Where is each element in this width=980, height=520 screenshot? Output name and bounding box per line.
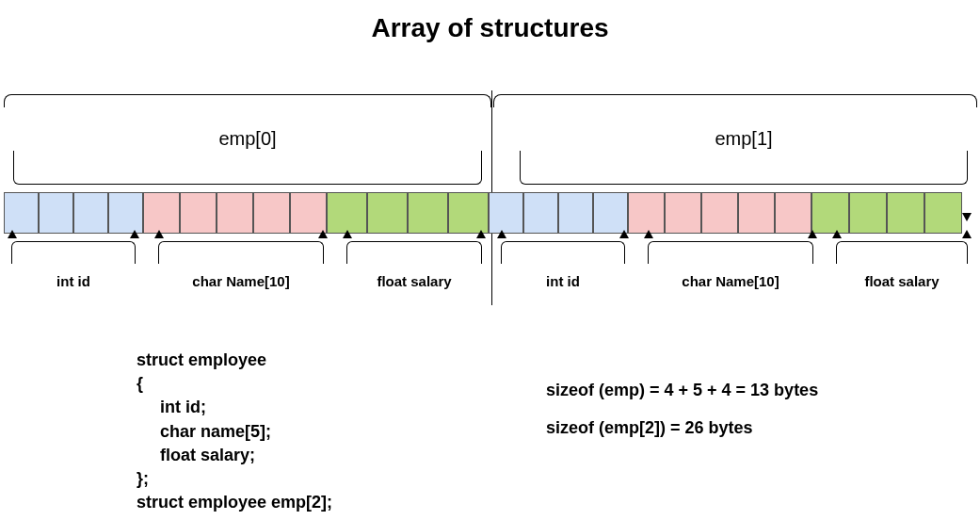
sizeof-text: sizeof (emp) = 4 + 5 + 4 = 13 bytes size… [546, 372, 818, 447]
byte-name [290, 192, 327, 234]
label-id-1: int id [501, 273, 625, 289]
byte-id [558, 192, 593, 234]
arrow-up-icon [832, 230, 842, 238]
byte-name [143, 192, 180, 234]
byte-name [775, 192, 811, 234]
byte-salary [887, 192, 924, 234]
memory-diagram: emp[0] emp[1] [4, 94, 976, 311]
byte-id [523, 192, 558, 234]
byte-name [628, 192, 665, 234]
arrow-up-icon [130, 230, 139, 238]
byte-salary [327, 192, 367, 234]
label-emp0: emp[0] [13, 128, 482, 150]
byte-id [593, 192, 628, 234]
label-name-0: char Name[10] [158, 273, 324, 289]
bottom-bracket-salary-1 [836, 241, 968, 264]
byte-name [701, 192, 738, 234]
arrow-up-icon [8, 230, 17, 238]
label-name-1: char Name[10] [648, 273, 813, 289]
byte-salary [367, 192, 408, 234]
top-bracket-emp1 [520, 151, 968, 185]
arrow-up-icon [644, 230, 653, 238]
bottom-bracket-name-1 [648, 241, 813, 264]
struct-definition-code: struct employee { int id; char name[5]; … [137, 349, 332, 514]
bottom-bracket-id-0 [11, 241, 136, 264]
label-salary-0: float salary [346, 273, 482, 289]
byte-id [489, 192, 523, 234]
byte-salary [849, 192, 887, 234]
arrow-up-icon [343, 230, 352, 238]
arrow-up-icon [497, 230, 506, 238]
arrow-down-icon [962, 213, 972, 221]
outer-bracket-emp0 [4, 94, 491, 107]
byte-cells [4, 192, 962, 234]
byte-id [4, 192, 39, 234]
bottom-bracket-id-1 [501, 241, 625, 264]
arrow-up-icon [318, 230, 328, 238]
page-title: Array of structures [0, 0, 980, 43]
bottom-bracket-salary-0 [346, 241, 482, 264]
byte-salary [408, 192, 448, 234]
byte-salary [448, 192, 489, 234]
byte-id [73, 192, 108, 234]
outer-bracket-emp1 [493, 94, 977, 107]
label-id-0: int id [11, 273, 136, 289]
byte-name [180, 192, 217, 234]
top-bracket-emp0 [13, 151, 482, 185]
byte-name [665, 192, 701, 234]
arrow-up-icon [476, 230, 486, 238]
arrow-up-icon [962, 230, 972, 238]
arrow-up-icon [808, 230, 817, 238]
label-emp1: emp[1] [520, 128, 968, 150]
arrow-up-icon [154, 230, 164, 238]
bottom-bracket-name-0 [158, 241, 324, 264]
byte-id [39, 192, 73, 234]
byte-name [738, 192, 775, 234]
label-salary-1: float salary [836, 273, 968, 289]
byte-salary [811, 192, 849, 234]
byte-name [217, 192, 253, 234]
byte-id [108, 192, 143, 234]
byte-name [253, 192, 290, 234]
arrow-up-icon [619, 230, 629, 238]
byte-salary [924, 192, 962, 234]
